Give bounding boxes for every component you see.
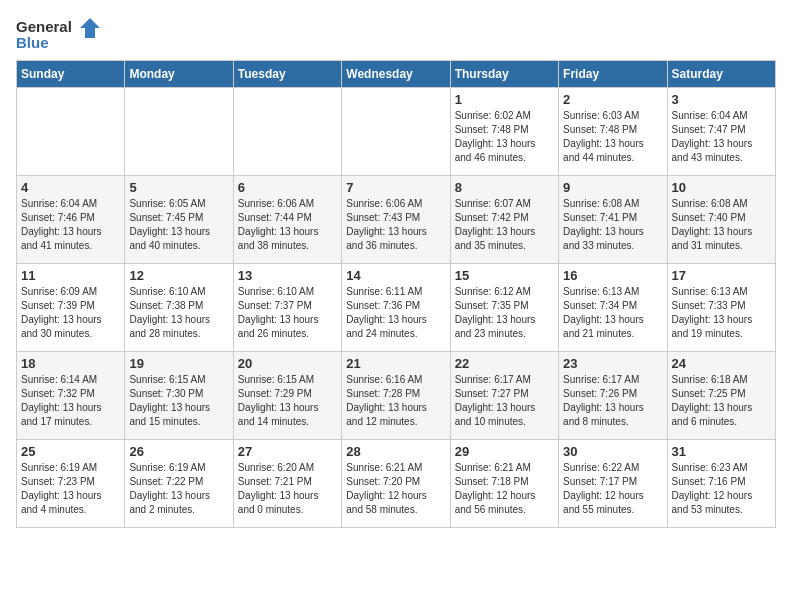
day-info: Sunrise: 6:20 AM Sunset: 7:21 PM Dayligh…	[238, 461, 337, 517]
calendar-cell: 2Sunrise: 6:03 AM Sunset: 7:48 PM Daylig…	[559, 88, 667, 176]
calendar-cell: 7Sunrise: 6:06 AM Sunset: 7:43 PM Daylig…	[342, 176, 450, 264]
day-number: 31	[672, 444, 771, 459]
day-number: 28	[346, 444, 445, 459]
day-number: 29	[455, 444, 554, 459]
calendar-cell: 8Sunrise: 6:07 AM Sunset: 7:42 PM Daylig…	[450, 176, 558, 264]
calendar-cell: 6Sunrise: 6:06 AM Sunset: 7:44 PM Daylig…	[233, 176, 341, 264]
day-number: 12	[129, 268, 228, 283]
week-row-1: 1Sunrise: 6:02 AM Sunset: 7:48 PM Daylig…	[17, 88, 776, 176]
calendar-cell: 23Sunrise: 6:17 AM Sunset: 7:26 PM Dayli…	[559, 352, 667, 440]
calendar-header: SundayMondayTuesdayWednesdayThursdayFrid…	[17, 61, 776, 88]
svg-marker-1	[80, 18, 100, 38]
calendar-cell: 30Sunrise: 6:22 AM Sunset: 7:17 PM Dayli…	[559, 440, 667, 528]
day-number: 16	[563, 268, 662, 283]
day-info: Sunrise: 6:11 AM Sunset: 7:36 PM Dayligh…	[346, 285, 445, 341]
day-number: 3	[672, 92, 771, 107]
day-info: Sunrise: 6:09 AM Sunset: 7:39 PM Dayligh…	[21, 285, 120, 341]
calendar-cell: 28Sunrise: 6:21 AM Sunset: 7:20 PM Dayli…	[342, 440, 450, 528]
day-info: Sunrise: 6:14 AM Sunset: 7:32 PM Dayligh…	[21, 373, 120, 429]
day-info: Sunrise: 6:03 AM Sunset: 7:48 PM Dayligh…	[563, 109, 662, 165]
calendar-cell: 11Sunrise: 6:09 AM Sunset: 7:39 PM Dayli…	[17, 264, 125, 352]
day-number: 6	[238, 180, 337, 195]
day-info: Sunrise: 6:16 AM Sunset: 7:28 PM Dayligh…	[346, 373, 445, 429]
day-number: 11	[21, 268, 120, 283]
week-row-3: 11Sunrise: 6:09 AM Sunset: 7:39 PM Dayli…	[17, 264, 776, 352]
day-info: Sunrise: 6:13 AM Sunset: 7:33 PM Dayligh…	[672, 285, 771, 341]
day-info: Sunrise: 6:10 AM Sunset: 7:38 PM Dayligh…	[129, 285, 228, 341]
day-info: Sunrise: 6:05 AM Sunset: 7:45 PM Dayligh…	[129, 197, 228, 253]
day-number: 10	[672, 180, 771, 195]
day-number: 1	[455, 92, 554, 107]
header-cell-monday: Monday	[125, 61, 233, 88]
day-info: Sunrise: 6:06 AM Sunset: 7:43 PM Dayligh…	[346, 197, 445, 253]
day-info: Sunrise: 6:15 AM Sunset: 7:29 PM Dayligh…	[238, 373, 337, 429]
calendar-cell: 4Sunrise: 6:04 AM Sunset: 7:46 PM Daylig…	[17, 176, 125, 264]
day-info: Sunrise: 6:08 AM Sunset: 7:40 PM Dayligh…	[672, 197, 771, 253]
calendar-cell: 10Sunrise: 6:08 AM Sunset: 7:40 PM Dayli…	[667, 176, 775, 264]
header-cell-saturday: Saturday	[667, 61, 775, 88]
svg-text:Blue: Blue	[16, 34, 49, 51]
calendar-cell: 1Sunrise: 6:02 AM Sunset: 7:48 PM Daylig…	[450, 88, 558, 176]
calendar-cell: 5Sunrise: 6:05 AM Sunset: 7:45 PM Daylig…	[125, 176, 233, 264]
calendar-cell: 17Sunrise: 6:13 AM Sunset: 7:33 PM Dayli…	[667, 264, 775, 352]
header-cell-friday: Friday	[559, 61, 667, 88]
day-info: Sunrise: 6:15 AM Sunset: 7:30 PM Dayligh…	[129, 373, 228, 429]
calendar-cell: 13Sunrise: 6:10 AM Sunset: 7:37 PM Dayli…	[233, 264, 341, 352]
header-row: SundayMondayTuesdayWednesdayThursdayFrid…	[17, 61, 776, 88]
day-info: Sunrise: 6:22 AM Sunset: 7:17 PM Dayligh…	[563, 461, 662, 517]
day-number: 20	[238, 356, 337, 371]
calendar-cell: 18Sunrise: 6:14 AM Sunset: 7:32 PM Dayli…	[17, 352, 125, 440]
calendar-cell: 20Sunrise: 6:15 AM Sunset: 7:29 PM Dayli…	[233, 352, 341, 440]
day-number: 19	[129, 356, 228, 371]
day-info: Sunrise: 6:17 AM Sunset: 7:27 PM Dayligh…	[455, 373, 554, 429]
header-cell-tuesday: Tuesday	[233, 61, 341, 88]
calendar-cell: 31Sunrise: 6:23 AM Sunset: 7:16 PM Dayli…	[667, 440, 775, 528]
day-number: 4	[21, 180, 120, 195]
day-number: 15	[455, 268, 554, 283]
day-info: Sunrise: 6:08 AM Sunset: 7:41 PM Dayligh…	[563, 197, 662, 253]
calendar-cell	[233, 88, 341, 176]
calendar-cell: 12Sunrise: 6:10 AM Sunset: 7:38 PM Dayli…	[125, 264, 233, 352]
logo: GeneralBlue	[16, 16, 106, 52]
day-number: 24	[672, 356, 771, 371]
week-row-2: 4Sunrise: 6:04 AM Sunset: 7:46 PM Daylig…	[17, 176, 776, 264]
logo-svg: GeneralBlue	[16, 16, 106, 52]
day-info: Sunrise: 6:07 AM Sunset: 7:42 PM Dayligh…	[455, 197, 554, 253]
day-number: 26	[129, 444, 228, 459]
calendar-cell: 29Sunrise: 6:21 AM Sunset: 7:18 PM Dayli…	[450, 440, 558, 528]
day-info: Sunrise: 6:06 AM Sunset: 7:44 PM Dayligh…	[238, 197, 337, 253]
calendar-cell: 24Sunrise: 6:18 AM Sunset: 7:25 PM Dayli…	[667, 352, 775, 440]
header-cell-wednesday: Wednesday	[342, 61, 450, 88]
calendar-cell	[342, 88, 450, 176]
day-number: 14	[346, 268, 445, 283]
calendar-cell: 14Sunrise: 6:11 AM Sunset: 7:36 PM Dayli…	[342, 264, 450, 352]
day-number: 7	[346, 180, 445, 195]
calendar-table: SundayMondayTuesdayWednesdayThursdayFrid…	[16, 60, 776, 528]
calendar-cell: 27Sunrise: 6:20 AM Sunset: 7:21 PM Dayli…	[233, 440, 341, 528]
day-info: Sunrise: 6:19 AM Sunset: 7:23 PM Dayligh…	[21, 461, 120, 517]
day-number: 22	[455, 356, 554, 371]
day-info: Sunrise: 6:04 AM Sunset: 7:46 PM Dayligh…	[21, 197, 120, 253]
calendar-cell	[125, 88, 233, 176]
week-row-4: 18Sunrise: 6:14 AM Sunset: 7:32 PM Dayli…	[17, 352, 776, 440]
day-info: Sunrise: 6:10 AM Sunset: 7:37 PM Dayligh…	[238, 285, 337, 341]
day-number: 25	[21, 444, 120, 459]
header: GeneralBlue	[16, 16, 776, 52]
calendar-cell: 22Sunrise: 6:17 AM Sunset: 7:27 PM Dayli…	[450, 352, 558, 440]
calendar-cell: 26Sunrise: 6:19 AM Sunset: 7:22 PM Dayli…	[125, 440, 233, 528]
calendar-cell: 3Sunrise: 6:04 AM Sunset: 7:47 PM Daylig…	[667, 88, 775, 176]
calendar-cell: 19Sunrise: 6:15 AM Sunset: 7:30 PM Dayli…	[125, 352, 233, 440]
day-info: Sunrise: 6:04 AM Sunset: 7:47 PM Dayligh…	[672, 109, 771, 165]
day-number: 2	[563, 92, 662, 107]
day-number: 23	[563, 356, 662, 371]
day-info: Sunrise: 6:17 AM Sunset: 7:26 PM Dayligh…	[563, 373, 662, 429]
day-info: Sunrise: 6:13 AM Sunset: 7:34 PM Dayligh…	[563, 285, 662, 341]
day-info: Sunrise: 6:02 AM Sunset: 7:48 PM Dayligh…	[455, 109, 554, 165]
calendar-cell: 25Sunrise: 6:19 AM Sunset: 7:23 PM Dayli…	[17, 440, 125, 528]
calendar-cell	[17, 88, 125, 176]
day-info: Sunrise: 6:18 AM Sunset: 7:25 PM Dayligh…	[672, 373, 771, 429]
day-number: 30	[563, 444, 662, 459]
header-cell-sunday: Sunday	[17, 61, 125, 88]
calendar-body: 1Sunrise: 6:02 AM Sunset: 7:48 PM Daylig…	[17, 88, 776, 528]
day-number: 27	[238, 444, 337, 459]
